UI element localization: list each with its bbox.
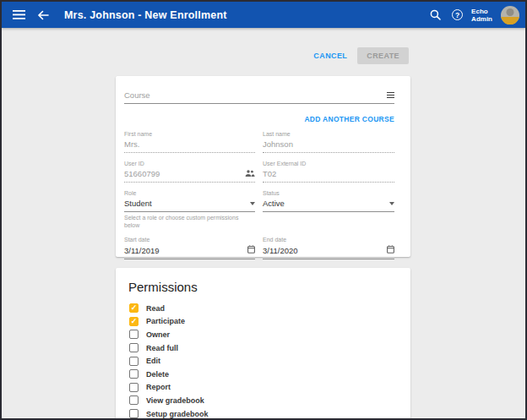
permission-label: Edit: [146, 357, 160, 365]
user-name-line2: Admin: [471, 15, 492, 23]
role-helper-text: Select a role or choose custom permissio…: [124, 214, 255, 229]
permissions-title: Permissions: [128, 280, 394, 294]
checkbox-report[interactable]: [129, 383, 139, 392]
page: Mrs. Johnson - New Enrollment ? Echo Adm…: [0, 0, 527, 420]
course-field[interactable]: Course: [124, 90, 394, 104]
permission-label: Report: [146, 383, 171, 391]
user-id-value: 51660799: [124, 169, 245, 179]
start-date-value: 3/11/2019: [124, 246, 247, 256]
user-id-label: User ID: [124, 160, 255, 167]
checkbox-setup-gradebook[interactable]: [129, 409, 139, 418]
app-bar: Mrs. Johnson - New Enrollment ? Echo Adm…: [2, 2, 525, 28]
end-date-value: 3/11/2020: [263, 246, 387, 256]
status-field: Status Active: [263, 189, 394, 229]
course-placeholder: Course: [124, 90, 387, 100]
permission-label: Setup gradebook: [146, 410, 209, 418]
course-list-icon[interactable]: [387, 92, 394, 99]
first-name-value: Mrs.: [124, 139, 255, 150]
checkbox-owner[interactable]: [129, 330, 139, 339]
appbar-right: ? Echo Admin: [426, 6, 519, 25]
permissions-card: Permissions ✓Read✓ParticipateOwnerRead f…: [116, 268, 410, 420]
start-date-label: Start date: [124, 236, 255, 243]
permission-row[interactable]: Edit: [124, 354, 394, 368]
permission-label: Delete: [146, 370, 169, 379]
start-date-input[interactable]: 3/11/2019: [124, 243, 255, 259]
people-icon: [245, 169, 255, 179]
user-id-field: User ID 51660799: [124, 160, 255, 183]
calendar-icon[interactable]: [247, 245, 255, 256]
permission-row[interactable]: ✓Read: [124, 302, 394, 315]
first-name-field: First name Mrs.: [124, 130, 255, 153]
last-name-value: Johnson: [263, 139, 394, 150]
status-label: Status: [263, 189, 394, 197]
checkbox-delete[interactable]: [129, 369, 139, 379]
checkbox-view-gradebook[interactable]: [129, 395, 139, 405]
permission-row[interactable]: View gradebook: [124, 394, 394, 407]
permissions-list: ✓Read✓ParticipateOwnerRead fullEditDelet…: [124, 302, 394, 420]
permission-label: Read full: [146, 344, 178, 352]
user-external-id-label: User External ID: [263, 160, 394, 167]
action-bar: CANCEL CREATE: [313, 47, 409, 64]
checkbox-read[interactable]: ✓: [129, 303, 139, 313]
permission-row[interactable]: Delete: [124, 368, 394, 381]
permission-row[interactable]: ✓Participate: [124, 315, 394, 329]
create-button[interactable]: CREATE: [357, 47, 409, 64]
calendar-icon[interactable]: [387, 245, 394, 256]
back-arrow-icon[interactable]: [35, 7, 52, 24]
start-date-field: Start date 3/11/2019: [124, 236, 255, 259]
user-external-id-field: User External ID T02: [263, 160, 394, 183]
permission-label: View gradebook: [146, 396, 204, 405]
user-name[interactable]: Echo Admin: [471, 8, 492, 23]
cancel-button[interactable]: CANCEL: [313, 52, 347, 60]
permission-row[interactable]: Setup gradebook: [124, 407, 394, 420]
menu-icon[interactable]: [10, 7, 27, 24]
user-name-line1: Echo: [471, 8, 488, 15]
end-date-field: End date 3/11/2020: [263, 236, 394, 259]
chevron-down-icon: [389, 202, 394, 205]
permission-label: Participate: [146, 317, 185, 325]
permission-label: Read: [146, 304, 165, 313]
status-value: Active: [263, 199, 389, 209]
enrollment-form-card: Course ADD ANOTHER COURSE First name Mrs…: [116, 76, 410, 257]
role-select[interactable]: Student: [124, 197, 255, 212]
role-value: Student: [124, 199, 250, 209]
first-name-label: First name: [124, 130, 255, 138]
status-select[interactable]: Active: [263, 197, 394, 212]
user-external-id-value: T02: [263, 169, 394, 179]
checkbox-read-full[interactable]: [129, 343, 139, 352]
avatar[interactable]: [501, 6, 519, 25]
role-field: Role Student Select a role or choose cus…: [124, 189, 255, 229]
checkbox-participate[interactable]: ✓: [129, 317, 139, 326]
field-grid: First name Mrs. Last name Johnson User I…: [124, 130, 394, 290]
chevron-down-icon: [250, 202, 255, 205]
end-date-label: End date: [263, 236, 394, 243]
page-title: Mrs. Johnson - New Enrollment: [64, 9, 227, 21]
permission-row[interactable]: Read full: [124, 341, 394, 355]
permission-row[interactable]: Owner: [124, 328, 394, 341]
last-name-field: Last name Johnson: [263, 130, 394, 153]
permission-label: Owner: [146, 330, 170, 339]
last-name-label: Last name: [263, 130, 394, 138]
help-icon[interactable]: ?: [452, 9, 463, 20]
permission-row[interactable]: Report: [124, 381, 394, 395]
end-date-input[interactable]: 3/11/2020: [263, 243, 394, 259]
search-icon[interactable]: [426, 7, 443, 24]
checkbox-edit[interactable]: [129, 357, 139, 366]
role-label: Role: [124, 189, 255, 197]
add-another-course-link[interactable]: ADD ANOTHER COURSE: [124, 115, 394, 123]
